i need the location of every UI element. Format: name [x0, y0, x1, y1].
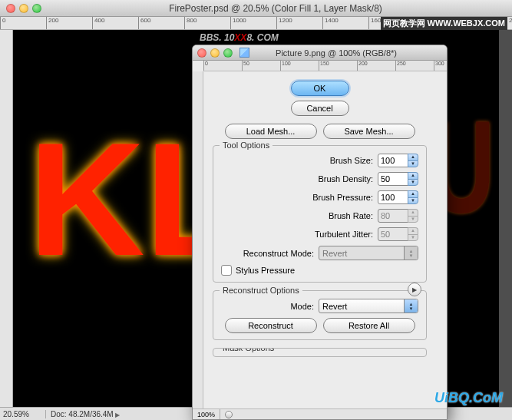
restore-all-button[interactable]: Restore All [323, 318, 415, 333]
dialog-titlebar[interactable]: Picture 9.png @ 100% (RGB/8*) [193, 45, 447, 61]
main-titlebar: FirePoster.psd @ 20.5% (Color Fill 1, La… [0, 0, 512, 17]
stylus-pressure-checkbox[interactable] [221, 265, 232, 276]
brush-density-input[interactable] [378, 172, 408, 186]
load-mesh-button[interactable]: Load Mesh... [225, 124, 317, 139]
mask-options-group: Mask Options [213, 348, 427, 357]
reconstruct-button[interactable]: Reconstruct [225, 318, 317, 333]
ruler-vertical [0, 30, 13, 407]
dialog-footer: 100% [193, 408, 447, 419]
disc-icon [225, 411, 233, 418]
save-mesh-button[interactable]: Save Mesh... [323, 124, 415, 139]
brush-density-stepper[interactable]: ▲▼ [408, 172, 418, 186]
brush-pressure-input[interactable] [378, 190, 408, 204]
zoom-level[interactable]: 20.59% [0, 410, 46, 418]
turbulent-jitter-input [378, 227, 408, 241]
brush-rate-stepper: ▲▼ [408, 209, 418, 223]
watermark-bottom-right: UiBQ.CoM [434, 390, 503, 406]
mask-options-legend: Mask Options [220, 348, 277, 352]
reconstruct-mode-select: Revert▲▼ [319, 246, 418, 260]
tool-options-legend: Tool Options [220, 141, 273, 150]
brush-size-input[interactable] [378, 154, 408, 167]
dialog-ruler-horizontal: 050100150200250300 [203, 61, 447, 71]
watermark-top-right: 网页教学网 WWW.WEBJX.COM [381, 17, 508, 30]
reconstruct-mode-label: Reconstruct Mode: [221, 249, 319, 258]
brush-rate-label: Brush Rate: [221, 211, 378, 220]
mode-select[interactable]: Revert▲▼ [319, 299, 418, 313]
brush-rate-input [378, 209, 408, 223]
doc-info: Doc: 48.2M/36.4M▶ [46, 410, 120, 418]
chevron-updown-icon: ▲▼ [404, 246, 418, 260]
tool-options-group: Tool Options Brush Size: ▲▼ Brush Densit… [213, 145, 427, 283]
turbulent-jitter-stepper: ▲▼ [408, 227, 418, 241]
cancel-button[interactable]: Cancel [291, 101, 349, 116]
minimize-icon[interactable] [19, 4, 28, 13]
minimize-icon[interactable] [210, 48, 220, 58]
brush-size-stepper[interactable]: ▲▼ [408, 154, 418, 167]
reconstruct-options-group: Reconstruct Options ▶ Mode: Revert▲▼ Rec… [213, 290, 427, 340]
close-icon[interactable] [197, 48, 206, 58]
brush-density-label: Brush Density: [221, 174, 378, 184]
turbulent-jitter-label: Turbulent Jitter: [221, 230, 378, 239]
close-icon[interactable] [6, 4, 15, 13]
play-icon[interactable]: ▶ [408, 283, 421, 296]
document-title: FirePoster.psd @ 20.5% (Color Fill 1, La… [45, 3, 506, 14]
watermark-bbs: BBS. 10XX8. COM [200, 32, 279, 43]
brush-size-label: Brush Size: [221, 156, 378, 165]
dialog-zoom[interactable]: 100% [197, 411, 215, 418]
zoom-icon[interactable] [223, 48, 233, 58]
brush-pressure-stepper[interactable]: ▲▼ [408, 190, 418, 204]
stylus-pressure-label: Stylus Pressure [236, 266, 295, 275]
document-icon [239, 48, 249, 58]
reconstruct-options-legend: Reconstruct Options [220, 286, 302, 295]
dialog-ruler-vertical [193, 71, 203, 408]
brush-pressure-label: Brush Pressure: [221, 193, 378, 202]
chevron-updown-icon[interactable]: ▲▼ [404, 299, 418, 313]
mode-label: Mode: [221, 302, 319, 311]
zoom-icon[interactable] [32, 4, 41, 13]
dialog-title: Picture 9.png @ 100% (RGB/8*) [253, 48, 419, 58]
ok-button[interactable]: OK [291, 81, 349, 96]
dialog-body: OK Cancel Load Mesh... Save Mesh... Tool… [203, 71, 436, 408]
liquify-dialog: Picture 9.png @ 100% (RGB/8*) 0501001502… [192, 45, 448, 420]
